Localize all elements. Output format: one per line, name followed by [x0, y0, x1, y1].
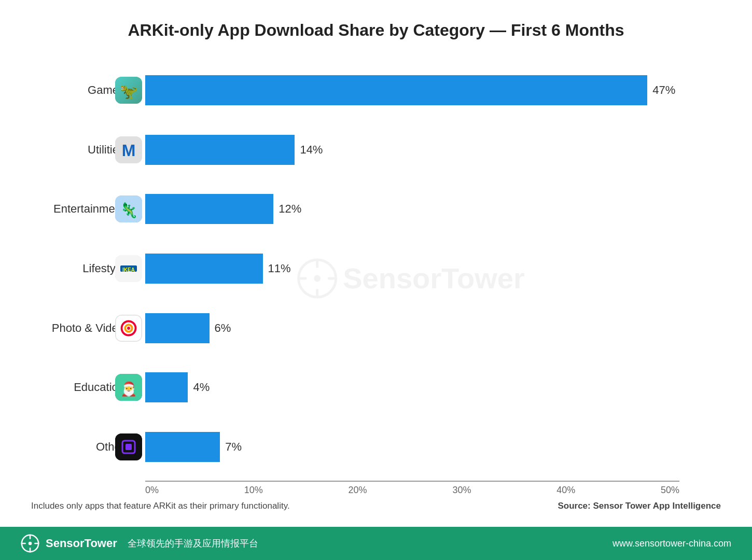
bar-fill: [145, 313, 210, 343]
bar-percent: 14%: [300, 143, 323, 157]
bar-label: Lifestyle: [31, 262, 124, 275]
x-ticks: 0%10%20%30%40%50%: [145, 481, 679, 496]
footer-url: www.sensortower-china.com: [612, 538, 731, 549]
bar-fill: [145, 254, 263, 284]
x-tick: 0%: [145, 485, 159, 496]
x-tick: 10%: [244, 485, 263, 496]
x-tick: 50%: [661, 485, 679, 496]
bars-container: Games 🦖 47%Utilities M 14%Entertainment …: [31, 61, 721, 477]
chart-title: ARKit-only App Download Share by Categor…: [31, 21, 721, 40]
bar-wrap: 6%: [145, 313, 679, 343]
footer-logo-icon: [21, 534, 39, 553]
bar-fill: [145, 75, 647, 105]
bar-label: Other: [31, 440, 124, 454]
bar-row: Utilities M 14%: [145, 127, 679, 173]
x-axis: 0%10%20%30%40%50%: [31, 481, 721, 496]
svg-text:IKEA: IKEA: [122, 267, 135, 273]
icon-education: 🎅: [115, 374, 142, 401]
x-tick: 40%: [556, 485, 575, 496]
footer: SensorTower 全球领先的手游及应用情报平台 www.sensortow…: [0, 527, 752, 560]
source-text: Source: Sensor Tower App Intelligence: [558, 501, 721, 511]
svg-text:🦖: 🦖: [120, 83, 138, 100]
x-axis-line: [145, 481, 679, 482]
bar-label: Photo & Video: [31, 321, 124, 335]
svg-point-25: [29, 542, 32, 545]
bar-label: Games: [31, 83, 124, 97]
bar-fill: [145, 135, 295, 165]
bar-wrap: 4%: [145, 372, 679, 402]
bar-label: Education: [31, 381, 124, 394]
bar-fill: [145, 194, 273, 224]
bar-label: Utilities: [31, 143, 124, 157]
bar-row: Lifestyle IKEA 11%: [145, 245, 679, 292]
bar-row: Other 7%: [145, 424, 679, 470]
svg-text:🦎: 🦎: [120, 202, 138, 219]
footnote-text: Includes only apps that feature ARKit as…: [31, 501, 290, 511]
svg-text:M: M: [122, 141, 136, 160]
bar-row: Education 🎅 4%: [145, 364, 679, 411]
bar-percent: 6%: [215, 321, 231, 335]
bar-percent: 7%: [225, 440, 242, 454]
chart-area: SensorTower Games 🦖 47%Utilities M 14%En…: [31, 61, 721, 496]
icon-lifestyle: IKEA: [115, 255, 142, 282]
bar-wrap: 12%: [145, 194, 679, 224]
x-tick: 30%: [452, 485, 471, 496]
svg-text:🎅: 🎅: [120, 381, 137, 397]
footer-tagline: 全球领先的手游及应用情报平台: [128, 537, 258, 550]
icon-utilities: M: [115, 136, 142, 163]
bar-percent: 4%: [193, 381, 210, 394]
bar-fill: [145, 372, 188, 402]
bar-fill: [145, 432, 220, 462]
bar-row: Games 🦖 47%: [145, 67, 679, 114]
icon-other: [115, 433, 142, 460]
bar-wrap: 14%: [145, 135, 679, 165]
svg-rect-23: [126, 444, 132, 450]
bar-row: Entertainment 🦎 12%: [145, 186, 679, 232]
bar-label: Entertainment: [31, 202, 124, 216]
icon-entertainment: 🦎: [115, 195, 142, 222]
footer-left: SensorTower 全球领先的手游及应用情报平台: [21, 534, 258, 553]
bar-wrap: 47%: [145, 75, 679, 105]
footnote-area: Includes only apps that feature ARKit as…: [31, 496, 721, 516]
bar-wrap: 7%: [145, 432, 679, 462]
bar-percent: 11%: [268, 262, 291, 275]
svg-point-18: [127, 327, 130, 330]
x-tick: 20%: [349, 485, 367, 496]
icon-games: 🦖: [115, 77, 142, 104]
bar-wrap: 11%: [145, 254, 679, 284]
footer-brand: SensorTower: [46, 537, 117, 550]
bar-row: Photo & Video 6%: [145, 305, 679, 352]
main-content: ARKit-only App Download Share by Categor…: [0, 0, 752, 527]
bar-percent: 47%: [652, 83, 675, 97]
bar-percent: 12%: [278, 202, 301, 216]
icon-photo: [115, 315, 142, 342]
